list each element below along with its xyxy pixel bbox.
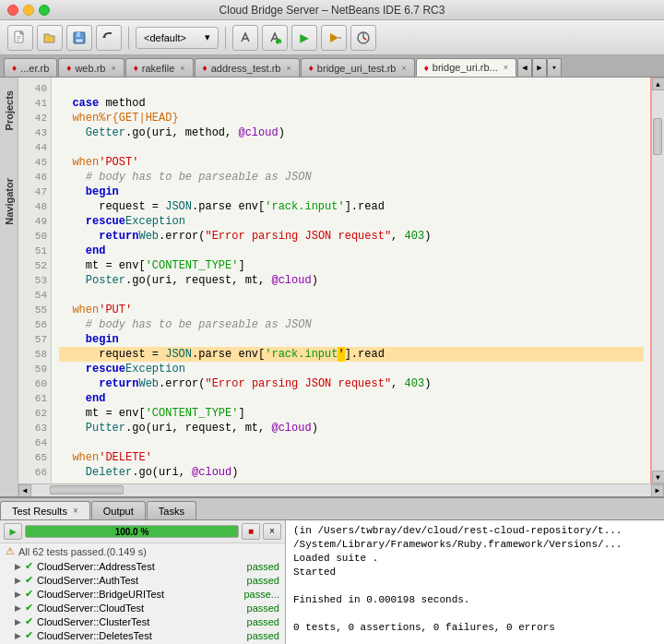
tab-dropdown[interactable]: ▾ xyxy=(547,58,562,77)
tab-scroll-left[interactable]: ◀ xyxy=(517,58,532,77)
expand-arrow[interactable]: ▶ xyxy=(15,603,21,613)
ruby-icon: ♦ xyxy=(424,63,429,73)
code-content-area[interactable]: case method when %r{GET|HEAD} Getter.go(… xyxy=(52,78,651,483)
navigator-panel-label[interactable]: Navigator xyxy=(2,173,17,231)
tab-bridge-uri-rb[interactable]: ♦ bridge_uri.rb... × xyxy=(416,58,516,77)
code-line-65: when 'DELETE' xyxy=(59,450,644,465)
expand-arrow[interactable]: ▶ xyxy=(15,631,21,640)
tab-label: bridge_uri_test.rb xyxy=(317,63,397,74)
list-item[interactable]: ▶ ✔ CloudServer::AddressTest passed xyxy=(0,559,285,573)
svg-marker-13 xyxy=(330,33,338,42)
ruby-icon: ♦ xyxy=(203,63,208,73)
scroll-track[interactable] xyxy=(652,90,664,471)
list-item[interactable]: ▶ ✔ CloudServer::ClusterTest passed xyxy=(0,614,285,628)
svg-rect-2 xyxy=(17,36,21,37)
output-line: (in /Users/twbray/dev/cloud/rest-cloud-r… xyxy=(293,524,657,538)
progress-text: 100.0 % xyxy=(26,526,238,537)
close-tests-button[interactable]: × xyxy=(263,523,281,540)
title-bar: Cloud Bridge Server – NetBeans IDE 6.7 R… xyxy=(0,0,664,20)
tab-rakefile[interactable]: ♦ rakefile × xyxy=(125,58,194,77)
test-name: CloudServer::DeletesTest xyxy=(37,630,243,641)
list-item[interactable]: ▶ ✔ CloudServer::AuthTest passed xyxy=(0,573,285,587)
test-list[interactable]: ⚠ All 62 tests passed.(0.149 s) ▶ ✔ Clou… xyxy=(0,543,285,644)
list-item[interactable]: ▶ ✔ CloudServer::BridgeURITest passe... xyxy=(0,587,285,601)
code-line-45: when 'POST' xyxy=(59,155,644,170)
tab-web-rb[interactable]: ♦ web.rb × xyxy=(58,58,124,77)
h-scroll-thumb[interactable] xyxy=(50,485,124,495)
expand-arrow[interactable]: ▶ xyxy=(15,576,21,585)
configuration-dropdown[interactable]: <default> ▾ xyxy=(136,27,219,49)
expand-arrow[interactable]: ▶ xyxy=(15,562,21,571)
tab-close-icon[interactable]: × xyxy=(286,64,290,73)
svg-rect-6 xyxy=(77,32,80,37)
list-item[interactable]: ▶ ✔ CloudServer::CloudTest passed xyxy=(0,601,285,614)
code-line-66: Deleter.go(uri, @cloud) xyxy=(59,465,644,480)
minimize-button[interactable] xyxy=(23,5,34,16)
bottom-panel: Test Results × Output Tasks ▶ 100.0 % ■ … xyxy=(0,496,664,644)
tab-scroll-right[interactable]: ▶ xyxy=(532,58,547,77)
tab-bridge-uri-test-rb[interactable]: ♦ bridge_uri_test.rb × xyxy=(301,58,415,77)
run-tests-button[interactable]: ▶ xyxy=(4,523,22,540)
list-item[interactable]: ▶ ✔ CloudServer::DeletesTest passed xyxy=(0,628,285,642)
tab-bar: ♦ ...er.rb ♦ web.rb × ♦ rakefile × ♦ add… xyxy=(0,55,664,78)
code-line-54 xyxy=(59,288,644,303)
scroll-down-arrow[interactable]: ▼ xyxy=(652,471,665,483)
tab-close-icon[interactable]: × xyxy=(111,64,115,73)
maximize-button[interactable] xyxy=(39,5,50,16)
tab-close-icon[interactable]: × xyxy=(401,64,406,73)
scroll-left-arrow[interactable]: ◀ xyxy=(18,484,31,497)
undo-button[interactable] xyxy=(96,25,122,51)
h-scroll-track[interactable] xyxy=(31,484,651,496)
output-tab[interactable]: Output xyxy=(91,501,146,519)
test-results-tab-close[interactable]: × xyxy=(73,506,78,516)
code-line-53: Poster.go(uri, request, mt, @cloud) xyxy=(59,273,644,288)
expand-arrow[interactable]: ▶ xyxy=(15,617,21,626)
code-line-50: return Web.error("Error parsing JSON req… xyxy=(59,229,644,244)
new-button[interactable] xyxy=(7,25,33,51)
svg-rect-7 xyxy=(76,39,83,42)
test-pass-icon: ✔ xyxy=(25,602,33,614)
test-results-tab[interactable]: Test Results × xyxy=(0,501,90,519)
stop-tests-button[interactable]: ■ xyxy=(242,523,260,540)
code-line-43: Getter.go(uri, method, @cloud) xyxy=(59,125,644,140)
tasks-tab[interactable]: Tasks xyxy=(147,501,196,519)
tab-label: bridge_uri.rb... xyxy=(433,62,498,73)
profile-button[interactable] xyxy=(350,25,376,51)
clean-build-button[interactable]: ↺ xyxy=(262,25,288,51)
test-pass-icon: ✔ xyxy=(25,615,33,627)
window-title: Cloud Bridge Server – NetBeans IDE 6.7 R… xyxy=(219,4,445,17)
code-editor[interactable]: 40 41 42 43 44 45 46 47 48 49 50 51 52 5… xyxy=(18,78,664,496)
open-button[interactable] xyxy=(37,25,63,51)
build-button[interactable] xyxy=(232,25,258,51)
projects-panel-label[interactable]: Projects xyxy=(2,85,17,136)
code-line-61: end xyxy=(59,391,644,406)
code-line-49: rescue Exception xyxy=(59,214,644,229)
code-line-47: begin xyxy=(59,185,644,199)
window-controls[interactable] xyxy=(7,5,50,16)
close-button[interactable] xyxy=(7,5,18,16)
save-button[interactable] xyxy=(66,25,92,51)
vertical-scrollbar[interactable]: ▲ ▼ xyxy=(651,78,664,483)
code-line-59: rescue Exception xyxy=(59,362,644,376)
code-line-62: mt = env['CONTENT_TYPE'] xyxy=(59,406,644,421)
ruby-icon: ♦ xyxy=(12,63,17,73)
test-name: CloudServer::ClusterTest xyxy=(37,616,243,627)
tab-address-test-rb[interactable]: ♦ address_test.rb × xyxy=(195,58,300,77)
tab-label: web.rb xyxy=(75,63,105,74)
output-line: 0 tests, 0 assertions, 0 failures, 0 err… xyxy=(293,621,657,635)
debug-button[interactable] xyxy=(321,25,347,51)
horizontal-scrollbar[interactable]: ◀ ▶ xyxy=(18,483,664,496)
test-summary: ⚠ All 62 tests passed.(0.149 s) xyxy=(0,543,285,559)
run-button[interactable]: ▶ xyxy=(291,25,317,51)
tab-label: ...er.rb xyxy=(20,63,49,74)
tab-close-icon[interactable]: × xyxy=(180,64,184,73)
test-status: passed xyxy=(247,575,279,586)
scroll-up-arrow[interactable]: ▲ xyxy=(652,78,665,90)
tab-close-icon[interactable]: × xyxy=(504,63,508,72)
scroll-right-arrow[interactable]: ▶ xyxy=(651,484,664,497)
expand-arrow[interactable]: ▶ xyxy=(15,590,21,599)
ruby-icon: ♦ xyxy=(309,63,314,73)
scroll-thumb[interactable] xyxy=(653,118,662,155)
tab-er-rb[interactable]: ♦ ...er.rb xyxy=(4,58,57,77)
code-line-46: # body has to be parseable as JSON xyxy=(59,170,644,185)
